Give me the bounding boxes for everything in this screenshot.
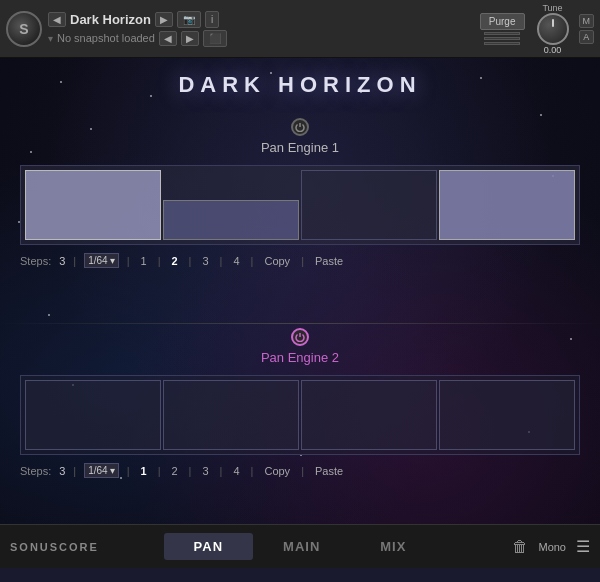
engine-1-label: Pan Engine 1 [20,140,580,155]
purge-line-2 [484,37,520,40]
engine-2-section: Pan Engine 2 Steps: 3 | 1/64 ▾ | 1 | 2 |… [0,328,600,478]
engine-1-sep-3: | [251,255,254,267]
engine-2-page-4-button[interactable]: 4 [230,464,242,478]
snapshot-row: ▾ No snapshot loaded ◀ ▶ ⬛ [48,30,474,47]
engine-2-steps-value[interactable]: 3 [59,465,65,477]
engine-1-steps-value[interactable]: 3 [59,255,65,267]
engine-divider [0,323,600,324]
camera-icon-button[interactable]: 📷 [177,11,201,28]
preset-name: Dark Horizon [70,12,151,27]
mono-button[interactable]: Mono [538,541,566,553]
snapshot-save-button[interactable]: ⬛ [203,30,227,47]
bottom-bar: SONUSCORE PAN MAIN MIX 🗑 Mono ☰ [0,524,600,568]
engine-1-power-button[interactable] [291,118,309,136]
engine-1-sep-1: | [73,255,76,267]
purge-lines [484,32,520,45]
engine-1-sep-2: | [127,255,130,267]
engine-1-page-3-button[interactable]: 3 [199,254,211,268]
info-icon-button[interactable]: i [205,11,219,28]
trash-button[interactable]: 🗑 [512,538,528,556]
preset-next-button[interactable]: ▶ [155,12,173,27]
engine-2-step-3[interactable] [301,380,437,450]
engine-1-paste-button[interactable]: Paste [312,254,346,268]
engine-1-section: Pan Engine 1 Steps: 3 | 1/64 ▾ | 1 | 2 [0,118,600,268]
tune-knob[interactable] [537,13,569,45]
engine-2-power-row [20,328,580,346]
preset-section: ◀ Dark Horizon ▶ 📷 i ▾ No snapshot loade… [48,11,474,47]
purge-line-1 [484,32,520,35]
engine-1-copy-button[interactable]: Copy [261,254,293,268]
engine-1-step-3[interactable] [301,170,437,240]
engine-2-step-2[interactable] [163,380,299,450]
menu-button[interactable]: ☰ [576,537,590,556]
engine-2-controls: Steps: 3 | 1/64 ▾ | 1 | 2 | 3 | 4 | Copy… [20,463,580,478]
engine-1-steps-label: Steps: [20,255,51,267]
engine-2-step-1[interactable] [25,380,161,450]
engine-1-step-2[interactable] [163,200,299,240]
logo: S [6,11,42,47]
purge-line-3 [484,42,520,45]
tune-label: Tune [542,3,562,13]
nav-tabs: PAN MAIN MIX [130,533,470,560]
engine-1-page-4-button[interactable]: 4 [230,254,242,268]
bottom-right-controls: 🗑 Mono ☰ [470,537,590,556]
engine-1-page-2-button[interactable]: 2 [168,254,180,268]
engine-2-sep-2: | [127,465,130,477]
snapshot-prev-button[interactable]: ◀ [159,31,177,46]
engine-1-page-1-button[interactable]: 1 [138,254,150,268]
plugin-title: DARK HORIZON [0,72,600,98]
engine-1-step-4[interactable] [439,170,575,240]
purge-section: Purge [480,13,525,45]
engine-2-sequencer-grid [20,375,580,455]
preset-top-row: ◀ Dark Horizon ▶ 📷 i [48,11,474,28]
tab-main[interactable]: MAIN [253,533,350,560]
right-buttons: M A [579,14,595,44]
engine-1-division-arrow: ▾ [110,255,115,266]
engine-1-sequencer-grid [20,165,580,245]
auto-button[interactable]: A [579,30,595,44]
engine-1-controls: Steps: 3 | 1/64 ▾ | 1 | 2 | 3 | 4 | Copy… [20,253,580,268]
engine-2-page-3-button[interactable]: 3 [199,464,211,478]
engine-2-division-arrow: ▾ [110,465,115,476]
engine-2-page-1-button[interactable]: 1 [138,464,150,478]
engine-2-division-dropdown[interactable]: 1/64 ▾ [84,463,118,478]
engine-2-division-value: 1/64 [88,465,107,476]
engine-2-label: Pan Engine 2 [20,350,580,365]
tab-pan[interactable]: PAN [164,533,253,560]
engine-1-step-1[interactable] [25,170,161,240]
purge-button[interactable]: Purge [480,13,525,30]
engine-2-sep-3: | [251,465,254,477]
tab-mix[interactable]: MIX [350,533,436,560]
engine-2-power-button[interactable] [291,328,309,346]
snapshot-label: No snapshot loaded [57,32,155,44]
tune-section: Tune 0.00 [537,3,569,55]
engine-2-steps-label: Steps: [20,465,51,477]
engine-1-division-dropdown[interactable]: 1/64 ▾ [84,253,118,268]
engine-2-copy-button[interactable]: Copy [261,464,293,478]
engine-2-paste-button[interactable]: Paste [312,464,346,478]
preset-prev-button[interactable]: ◀ [48,12,66,27]
midi-button[interactable]: M [579,14,595,28]
engine-1-division-value: 1/64 [88,255,107,266]
engine-2-step-4[interactable] [439,380,575,450]
snapshot-next-button[interactable]: ▶ [181,31,199,46]
engine-2-sep-1: | [73,465,76,477]
tune-value: 0.00 [544,45,562,55]
engine-2-page-2-button[interactable]: 2 [168,464,180,478]
sonuscore-logo: SONUSCORE [10,541,130,553]
top-bar: S ◀ Dark Horizon ▶ 📷 i ▾ No snapshot loa… [0,0,600,58]
instrument-body: DARK HORIZON Pan Engine 1 Steps: 3 [0,58,600,524]
engine-1-power-row [20,118,580,136]
